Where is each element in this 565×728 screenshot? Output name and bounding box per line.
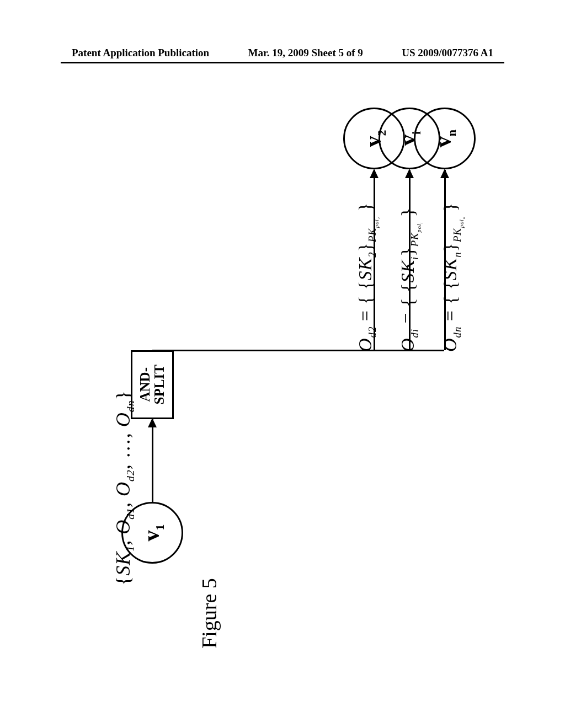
edge-label-vn: Odn = { {SKn}PKpoln } bbox=[440, 202, 466, 352]
page-header: Patent Application Publication Mar. 19, … bbox=[0, 47, 565, 59]
figure-caption: Figure 5 bbox=[197, 578, 221, 649]
header-rule bbox=[61, 62, 504, 63]
edge-label-v2: Od2 = { {SK2}PKpol2 } bbox=[355, 202, 381, 352]
stub-line bbox=[152, 350, 174, 351]
node-vn: vn bbox=[414, 108, 476, 169]
header-left: Patent Application Publication bbox=[72, 47, 209, 59]
header-right: US 2009/0077376 A1 bbox=[402, 47, 493, 59]
and-split-label: AND-SPLIT bbox=[138, 365, 167, 404]
v1-output-label: {SK1, Od1, Od2, …, Odn} bbox=[111, 390, 137, 586]
node-vn-label: vn bbox=[430, 130, 459, 147]
and-split-block: AND-SPLIT bbox=[131, 350, 174, 419]
header-center: Mar. 19, 2009 Sheet 5 of 9 bbox=[248, 47, 363, 59]
arrow-v1-to-split bbox=[152, 419, 153, 502]
edge-label-vi: Odi = { {SKi}PKpoli } bbox=[397, 207, 423, 352]
figure-diagram: v1 AND-SPLIT {SK1, Od1, Od2, …, Odn} v2 … bbox=[99, 99, 458, 596]
node-v1-label: v1 bbox=[138, 524, 167, 542]
